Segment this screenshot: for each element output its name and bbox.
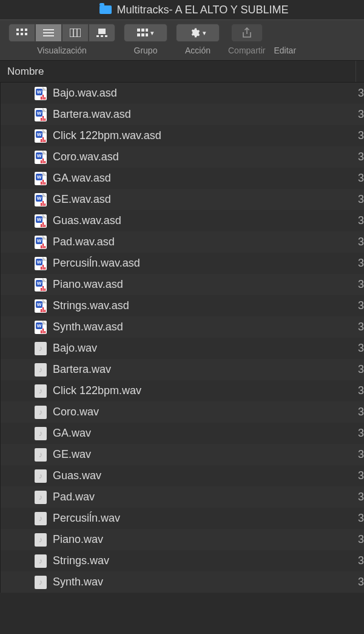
row-trailing-text: 3	[358, 533, 364, 546]
table-row[interactable]: GE.wav3	[1, 444, 364, 465]
table-row[interactable]: Percusiĺn.wav.asd3	[1, 253, 364, 274]
svg-rect-21	[146, 33, 148, 36]
edit-tags-control: Editar	[274, 24, 296, 59]
file-name: Coro.wav	[53, 406, 99, 418]
table-row[interactable]: Click 122bpm.wav.asd3	[1, 125, 364, 146]
group-icon	[137, 29, 148, 37]
svg-rect-16	[137, 29, 140, 32]
file-name: Synth.wav.asd	[53, 321, 123, 333]
gallery-icon	[96, 29, 107, 37]
row-trailing-text: 3	[358, 491, 364, 503]
chevron-down-icon: ▾	[150, 29, 154, 37]
table-row[interactable]: Strings.wav.asd3	[1, 295, 364, 316]
row-trailing-text: 3	[358, 363, 364, 376]
row-trailing-text: 3	[358, 554, 364, 567]
file-name: Click 122bpm.wav	[53, 384, 141, 397]
table-row[interactable]: Pad.wav3	[1, 486, 364, 508]
table-row[interactable]: GA.wav3	[1, 423, 364, 444]
table-row[interactable]: Bajo.wav.asd3	[1, 83, 364, 104]
table-row[interactable]: Percusiĺn.wav3	[1, 508, 364, 529]
row-trailing-text: 3	[358, 87, 364, 100]
column-name[interactable]: Nombre	[7, 66, 356, 78]
file-name: Piano.wav	[53, 533, 103, 546]
asd-file-icon	[35, 129, 47, 143]
table-row[interactable]: Coro.wav.asd3	[1, 146, 364, 168]
gallery-view-button[interactable]	[89, 24, 115, 42]
asd-file-icon	[35, 299, 47, 313]
svg-rect-4	[21, 33, 23, 35]
audio-file-icon	[35, 448, 47, 462]
audio-file-icon	[35, 427, 47, 440]
svg-rect-8	[43, 35, 54, 36]
asd-file-icon	[35, 193, 47, 206]
table-row[interactable]: Guas.wav.asd3	[1, 210, 364, 231]
svg-rect-19	[137, 33, 140, 36]
group-button[interactable]: ▾	[124, 24, 167, 42]
row-trailing-text: 3	[358, 427, 364, 440]
table-row[interactable]: Guas.wav3	[1, 465, 364, 486]
share-button[interactable]	[231, 24, 263, 42]
table-row[interactable]: Coro.wav3	[1, 401, 364, 423]
table-row[interactable]: Synth.wav3	[1, 571, 364, 593]
table-row[interactable]: Bartera.wav.asd3	[1, 104, 364, 125]
file-name: Piano.wav.asd	[53, 278, 123, 291]
file-name: Bartera.wav.asd	[53, 108, 131, 121]
table-row[interactable]: Click 122bpm.wav3	[1, 380, 364, 401]
action-button[interactable]: ▾	[176, 24, 220, 42]
folder-icon	[99, 5, 112, 14]
row-trailing-text: 3	[358, 236, 364, 248]
asd-file-icon	[35, 172, 47, 185]
list-header[interactable]: Nombre	[0, 61, 364, 83]
audio-file-icon	[35, 406, 47, 419]
list-icon	[43, 29, 54, 37]
list-view-button[interactable]	[35, 24, 62, 42]
svg-rect-6	[43, 29, 54, 30]
svg-rect-18	[146, 29, 148, 32]
file-name: Pad.wav.asd	[53, 236, 115, 248]
asd-file-icon	[35, 321, 47, 334]
file-name: Guas.wav.asd	[53, 214, 121, 227]
table-row[interactable]: Piano.wav3	[1, 529, 364, 550]
svg-rect-2	[25, 29, 27, 31]
audio-file-icon	[35, 512, 47, 525]
file-list: Bajo.wav.asd3Bartera.wav.asd3Click 122bp…	[0, 83, 364, 593]
row-trailing-text: 3	[358, 172, 364, 185]
file-name: Click 122bpm.wav.asd	[53, 129, 161, 142]
svg-rect-13	[96, 35, 99, 37]
table-row[interactable]: Strings.wav3	[1, 550, 364, 571]
share-label: Compartir	[228, 46, 265, 59]
svg-rect-3	[16, 33, 19, 35]
asd-file-icon	[35, 236, 47, 249]
table-row[interactable]: Synth.wav.asd3	[1, 316, 364, 338]
toolbar: Visualización ▾ Grupo	[0, 19, 364, 61]
column-view-button[interactable]	[62, 24, 89, 42]
table-row[interactable]: GA.wav.asd3	[1, 168, 364, 189]
row-trailing-text: 3	[358, 321, 364, 333]
row-trailing-text: 3	[358, 278, 364, 291]
action-control: ▾ Acción	[176, 24, 220, 59]
asd-file-icon	[35, 151, 47, 164]
svg-rect-5	[25, 33, 27, 35]
view-control-group: Visualización	[8, 24, 115, 59]
table-row[interactable]: Pad.wav.asd3	[1, 231, 364, 253]
window-title: Multitracks- A EL ALTO Y SUBLIME	[116, 4, 288, 16]
audio-file-icon	[35, 576, 47, 589]
row-trailing-text: 3	[358, 129, 364, 142]
row-trailing-text: 3	[358, 448, 364, 461]
asd-file-icon	[35, 108, 47, 121]
icon-view-button[interactable]	[8, 24, 35, 42]
file-name: Bartera.wav	[53, 363, 111, 376]
table-row[interactable]: Piano.wav.asd3	[1, 274, 364, 295]
column-next[interactable]	[356, 61, 364, 82]
view-label: Visualización	[37, 46, 86, 59]
audio-file-icon	[35, 384, 47, 398]
share-icon	[242, 27, 252, 38]
table-row[interactable]: GE.wav.asd3	[1, 189, 364, 210]
file-name: Strings.wav.asd	[53, 299, 129, 312]
chevron-down-icon: ▾	[203, 29, 206, 37]
table-row[interactable]: Bajo.wav3	[1, 338, 364, 359]
file-name: Percusiĺn.wav.asd	[53, 257, 140, 270]
group-label: Grupo	[134, 46, 158, 59]
table-row[interactable]: Bartera.wav3	[1, 359, 364, 380]
share-control: Compartir	[228, 24, 265, 59]
